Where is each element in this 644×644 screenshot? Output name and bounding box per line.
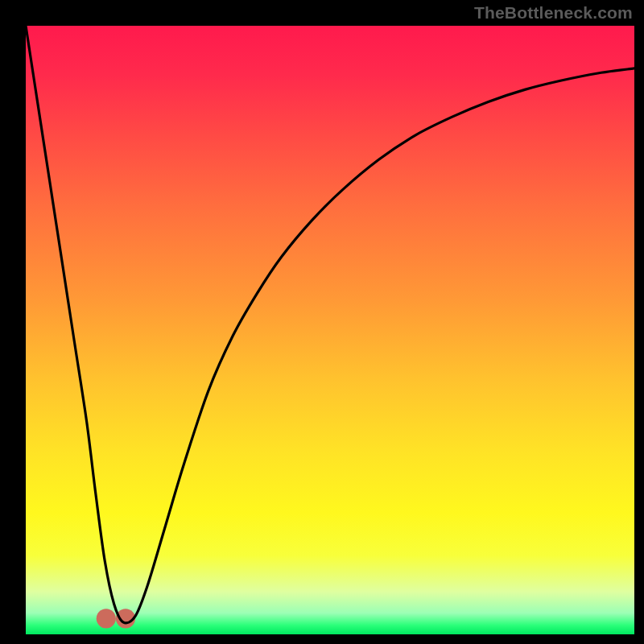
outer-frame: TheBottleneck.com <box>0 0 644 644</box>
marker-lobe-left <box>97 609 116 628</box>
curve-layer <box>26 26 634 634</box>
watermark-text: TheBottleneck.com <box>474 3 633 23</box>
plot-area <box>26 26 634 634</box>
main-curve <box>26 26 634 623</box>
